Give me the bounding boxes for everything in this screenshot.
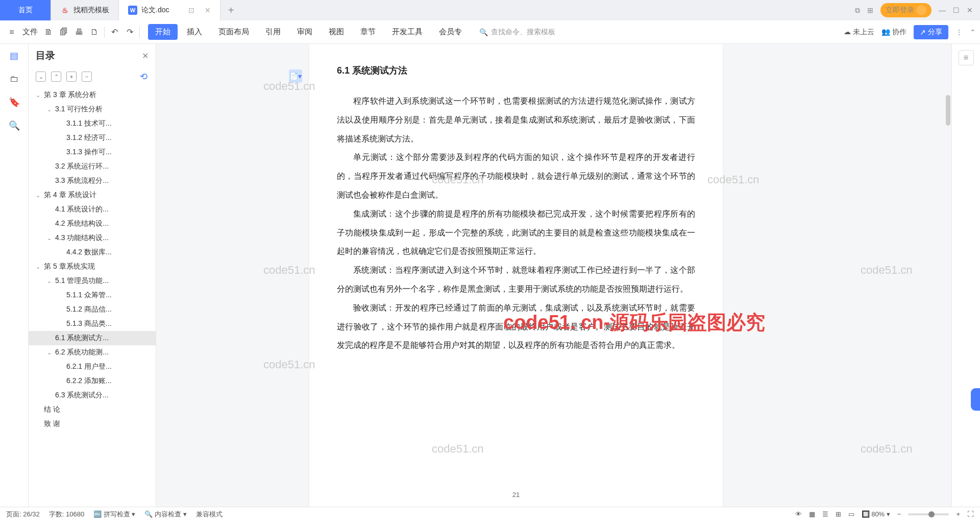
sync-icon[interactable]: ⟲ <box>138 72 149 82</box>
watermark: code51.cn <box>263 358 315 371</box>
zoom-in-icon[interactable]: + <box>956 510 960 518</box>
remove-icon[interactable]: − <box>82 72 92 82</box>
undo-icon[interactable]: ↶ <box>107 25 122 40</box>
collapse-icon[interactable]: ⌃ <box>970 28 976 36</box>
close-outline-icon[interactable]: ✕ <box>142 51 149 61</box>
tab-templates[interactable]: ♨找稻壳模板 <box>51 0 119 20</box>
close-icon[interactable]: ✕ <box>967 6 973 14</box>
collab-button[interactable]: 👥 协作 <box>881 28 906 37</box>
new-tab-button[interactable]: + <box>220 0 241 20</box>
redo-icon[interactable]: ↷ <box>122 25 137 40</box>
outline-item[interactable]: ⌄6.2 系统功能测... <box>29 345 156 360</box>
collapse-all-icon[interactable]: ⌄ <box>36 72 46 82</box>
bookmark-rail-icon[interactable]: 🗀 <box>10 74 19 84</box>
view-page-icon[interactable]: ▦ <box>809 510 815 518</box>
outline-item[interactable]: ⌄3.1 可行性分析 <box>29 102 156 116</box>
toolbar: ≡ 文件 🗎 🗐 🖶 🗋 ↶ ↷ 开始 插入 页面布局 引用 审阅 视图 章节 … <box>0 20 980 44</box>
outline-icon[interactable]: ▤ <box>10 50 18 61</box>
content-check[interactable]: 🔍 内容检查 ▾ <box>144 510 186 519</box>
view-web-icon[interactable]: ⊞ <box>836 510 841 518</box>
menu-layout[interactable]: 页面布局 <box>211 24 256 40</box>
outline-item[interactable]: 5.1.1 众筹管... <box>29 288 156 302</box>
style-icon[interactable]: ≡ <box>959 50 974 65</box>
menu-view[interactable]: 视图 <box>322 24 351 40</box>
layout-icon[interactable]: ⧉ <box>855 6 860 15</box>
outline-item[interactable]: 5.1.2 商品信... <box>29 302 156 317</box>
watermark: code51.cn <box>861 442 913 456</box>
more-icon[interactable]: ⋮ <box>955 28 963 36</box>
outline-title: 目录 <box>36 49 55 62</box>
watermark: code51.cn <box>263 264 315 277</box>
zoom-control[interactable]: 🔲 80% ▾ <box>862 510 890 518</box>
menu-reference[interactable]: 引用 <box>258 24 288 40</box>
preview-icon[interactable]: 🗋 <box>87 25 102 40</box>
document-area[interactable]: 📄▾ 6.1 系统测试方法 程序软件进入到系统测试这一个环节时，也需要根据测试的… <box>156 44 951 507</box>
edge-handle[interactable] <box>971 388 980 411</box>
outline-item[interactable]: 5.1.3 商品类... <box>29 317 156 331</box>
bookmark-icon[interactable]: 🔖 <box>9 97 20 108</box>
compat-mode[interactable]: 兼容模式 <box>196 510 223 519</box>
outline-item[interactable]: 3.2 系统运行环... <box>29 159 156 174</box>
file-menu[interactable]: 文件 <box>22 27 38 37</box>
spell-check[interactable]: 🔤 拼写检查 ▾ <box>93 510 135 519</box>
outline-tools: ⌄ ⌃ + − ⟲ <box>29 67 156 86</box>
saveas-icon[interactable]: 🗐 <box>56 25 71 40</box>
outline-item[interactable]: ⌄4.3 功能结构设... <box>29 231 156 245</box>
view-read-icon[interactable]: ▭ <box>848 510 854 518</box>
left-rail: ▤ 🗀 🔖 🔍 <box>0 44 29 507</box>
page-indicator-icon[interactable]: 📄▾ <box>289 69 302 83</box>
tab-home[interactable]: 首页 <box>0 0 51 20</box>
outline-item[interactable]: 4.4.2 数据库... <box>29 245 156 259</box>
view-outline-icon[interactable]: ☰ <box>822 510 828 518</box>
share-button[interactable]: ↗ 分享 <box>914 25 948 39</box>
search-box[interactable]: 🔍查找命令、搜索模板 <box>479 28 555 37</box>
minimize-icon[interactable]: — <box>939 6 946 14</box>
tab-bar: 首页 ♨找稻壳模板 W论文.doc⊡✕ + ⧉ ⊞ 立即登录 — ☐ ✕ <box>0 0 980 20</box>
outline-item[interactable]: 6.1 系统测试方... <box>29 331 156 345</box>
outline-item[interactable]: 6.3 系统测试分... <box>29 388 156 402</box>
document-page: 6.1 系统测试方法 程序软件进入到系统测试这一个环节时，也需要根据测试的方法进… <box>309 44 723 507</box>
maximize-icon[interactable]: ☐ <box>953 6 960 14</box>
menu-devtools[interactable]: 开发工具 <box>385 24 430 40</box>
add-icon[interactable]: + <box>66 72 77 82</box>
scrollbar[interactable] <box>946 95 950 126</box>
outline-item[interactable]: 3.3 系统流程分... <box>29 174 156 188</box>
outline-item[interactable]: 3.1.2 经济可... <box>29 131 156 145</box>
paragraph: 单元测试：这个部分需要涉及到程序的代码方面的知识，这个操作环节是程序的开发者进行… <box>337 148 695 204</box>
expand-all-icon[interactable]: ⌃ <box>51 72 61 82</box>
outline-item[interactable]: ⌄第 4 章 系统设计 <box>29 188 156 202</box>
outline-item[interactable]: 3.1.1 技术可... <box>29 116 156 131</box>
outline-item[interactable]: ⌄第 5 章系统实现 <box>29 259 156 274</box>
menu-member[interactable]: 会员专 <box>432 24 469 40</box>
menu-review[interactable]: 审阅 <box>290 24 320 40</box>
menu-insert[interactable]: 插入 <box>180 24 209 40</box>
fullscreen-icon[interactable]: ⛶ <box>967 510 974 518</box>
eye-icon[interactable]: 👁 <box>795 510 802 518</box>
menu-start[interactable]: 开始 <box>148 24 178 40</box>
outline-item[interactable]: ⌄第 3 章 系统分析 <box>29 88 156 102</box>
tab-document[interactable]: W论文.doc⊡✕ <box>119 0 220 20</box>
outline-item[interactable]: 6.2.2 添加账... <box>29 374 156 388</box>
search-rail-icon[interactable]: 🔍 <box>9 120 20 131</box>
menu-chapter[interactable]: 章节 <box>353 24 383 40</box>
zoom-slider[interactable] <box>908 513 949 515</box>
outline-item[interactable]: ⌄5.1 管理员功能... <box>29 274 156 288</box>
menu-icon[interactable]: ≡ <box>4 25 19 40</box>
print-icon[interactable]: 🖶 <box>71 25 87 40</box>
save-icon[interactable]: 🗎 <box>41 25 56 40</box>
close-tab-icon[interactable]: ✕ <box>205 6 211 14</box>
outline-item[interactable]: 致 谢 <box>29 417 156 431</box>
apps-icon[interactable]: ⊞ <box>867 6 873 14</box>
outline-item[interactable]: 4.1 系统设计的... <box>29 202 156 217</box>
outline-item[interactable]: 4.2 系统结构设... <box>29 217 156 231</box>
zoom-out-icon[interactable]: − <box>897 510 901 518</box>
outline-item[interactable]: 6.2.1 用户登... <box>29 360 156 374</box>
status-bar: 页面: 26/32 字数: 10680 🔤 拼写检查 ▾ 🔍 内容检查 ▾ 兼容… <box>0 507 980 521</box>
login-button[interactable]: 立即登录 <box>880 3 932 17</box>
cloud-status[interactable]: ☁ 未上云 <box>844 28 874 37</box>
monitor-icon[interactable]: ⊡ <box>188 6 194 14</box>
word-count[interactable]: 字数: 10680 <box>49 510 84 519</box>
outline-item[interactable]: 结 论 <box>29 402 156 417</box>
page-status[interactable]: 页面: 26/32 <box>6 510 40 519</box>
outline-item[interactable]: 3.1.3 操作可... <box>29 145 156 159</box>
